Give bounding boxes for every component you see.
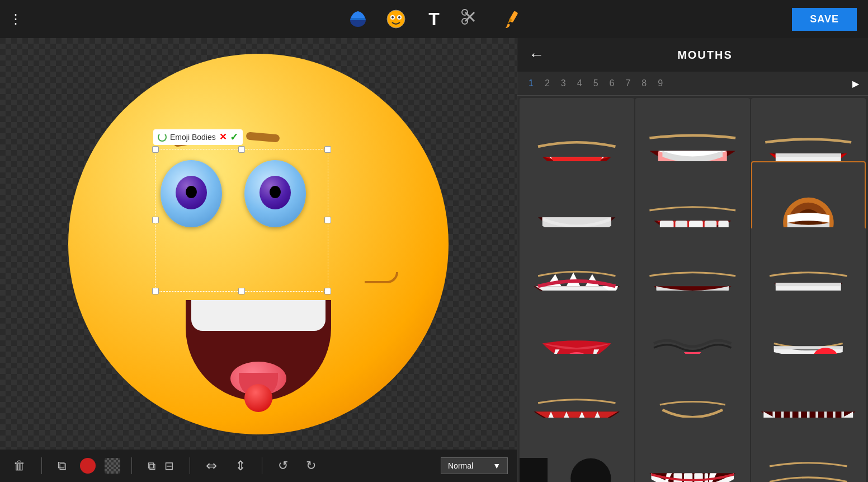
bottom-toolbar: 🗑 ⧉ ⧉ ⊟ ⇔ ⇕ ↺ ↻ Normal ▼ bbox=[0, 450, 517, 482]
smirk-line bbox=[365, 272, 398, 283]
top-toolbar: ⋮ T bbox=[0, 0, 868, 38]
panel-header: ← MOUTHS bbox=[517, 38, 868, 72]
delete-button[interactable]: 🗑 bbox=[9, 456, 30, 475]
page-3[interactable]: 3 bbox=[559, 77, 568, 90]
page-next-arrow[interactable]: ▶ bbox=[852, 78, 859, 89]
center-tools: T bbox=[346, 7, 522, 31]
eyebrow-left bbox=[173, 133, 207, 147]
pupil-left bbox=[176, 176, 207, 209]
mouth-option-18[interactable] bbox=[751, 418, 866, 482]
flip-v-button[interactable]: ⇕ bbox=[230, 456, 251, 476]
layer-buttons: ⧉ ⊟ bbox=[143, 457, 178, 475]
chin-bump bbox=[244, 384, 272, 412]
mouth-option-17[interactable] bbox=[635, 418, 750, 482]
redo-button[interactable]: ↻ bbox=[301, 456, 320, 475]
handle-br[interactable] bbox=[324, 288, 331, 294]
svg-point-7 bbox=[462, 18, 468, 24]
blend-mode-chevron: ▼ bbox=[493, 461, 501, 470]
handle-bl[interactable] bbox=[152, 288, 159, 294]
confirm-selection-button[interactable]: ✓ bbox=[230, 131, 238, 143]
page-7[interactable]: 7 bbox=[623, 77, 633, 90]
blend-mode-select[interactable]: Normal ▼ bbox=[441, 457, 508, 474]
blend-mode-value: Normal bbox=[448, 461, 473, 470]
separator-1 bbox=[41, 457, 42, 474]
eye-left bbox=[161, 160, 222, 227]
eyebrow-right bbox=[246, 132, 280, 142]
right-panel: ← MOUTHS 1 2 3 4 5 6 7 8 9 ▶ bbox=[517, 38, 868, 482]
back-button[interactable]: ← bbox=[529, 46, 544, 64]
svg-point-1 bbox=[387, 10, 405, 28]
handle-tl[interactable] bbox=[152, 146, 159, 153]
face-tool[interactable] bbox=[384, 7, 408, 31]
handle-tr[interactable] bbox=[324, 146, 331, 153]
handle-bm[interactable] bbox=[238, 288, 245, 294]
svg-point-5 bbox=[398, 16, 400, 18]
separator-3 bbox=[190, 457, 190, 474]
handle-mr[interactable] bbox=[324, 217, 331, 223]
eyes-selection-area[interactable]: Emoji Bodies ✕ ✓ bbox=[155, 149, 339, 306]
panel-title: MOUTHS bbox=[553, 49, 857, 62]
emoji-body: Emoji Bodies ✕ ✓ bbox=[68, 54, 449, 434]
hair-tool[interactable] bbox=[346, 7, 370, 31]
copy-button[interactable]: ⧉ bbox=[53, 456, 71, 475]
pupil-right bbox=[260, 176, 291, 209]
page-5[interactable]: 5 bbox=[591, 77, 601, 90]
svg-point-6 bbox=[462, 10, 468, 15]
menu-button[interactable]: ⋮ bbox=[9, 11, 23, 27]
save-button[interactable]: SAVE bbox=[792, 8, 857, 31]
eye-right bbox=[244, 160, 306, 227]
page-1[interactable]: 1 bbox=[526, 77, 536, 90]
layer-down-button[interactable]: ⊟ bbox=[160, 457, 178, 475]
color-button[interactable] bbox=[80, 458, 96, 474]
separator-4 bbox=[262, 457, 262, 474]
undo-button[interactable]: ↺ bbox=[273, 456, 293, 475]
page-numbers: 1 2 3 4 5 6 7 8 9 ▶ bbox=[517, 72, 868, 96]
handle-tm[interactable] bbox=[238, 146, 245, 153]
svg-point-4 bbox=[391, 16, 394, 18]
mouth-container bbox=[180, 300, 337, 401]
eyes-area bbox=[161, 160, 306, 227]
separator-2 bbox=[131, 457, 132, 474]
sticker-tool[interactable] bbox=[460, 7, 484, 31]
layer-up-button[interactable]: ⧉ bbox=[143, 457, 160, 475]
page-9[interactable]: 9 bbox=[655, 77, 665, 90]
page-8[interactable]: 8 bbox=[639, 77, 649, 90]
text-tool[interactable]: T bbox=[422, 7, 446, 31]
mouth-option-16[interactable] bbox=[520, 418, 634, 482]
emoji-canvas: Emoji Bodies ✕ ✓ bbox=[63, 48, 454, 440]
page-2[interactable]: 2 bbox=[542, 77, 552, 90]
page-4[interactable]: 4 bbox=[575, 77, 584, 90]
page-6[interactable]: 6 bbox=[607, 77, 617, 90]
mouths-grid bbox=[517, 96, 868, 482]
rotate-icon bbox=[158, 133, 167, 142]
teeth-top bbox=[191, 300, 326, 331]
emoji-face: Emoji Bodies ✕ ✓ bbox=[68, 54, 449, 434]
flip-h-button[interactable]: ⇔ bbox=[201, 456, 221, 476]
svg-point-42 bbox=[571, 458, 611, 482]
cancel-selection-button[interactable]: ✕ bbox=[219, 132, 227, 142]
handle-ml[interactable] bbox=[152, 217, 159, 223]
canvas-area[interactable]: Emoji Bodies ✕ ✓ bbox=[0, 38, 517, 450]
texture-button[interactable] bbox=[105, 458, 120, 474]
paint-tool[interactable] bbox=[498, 7, 522, 31]
main-area: Emoji Bodies ✕ ✓ bbox=[0, 38, 868, 482]
